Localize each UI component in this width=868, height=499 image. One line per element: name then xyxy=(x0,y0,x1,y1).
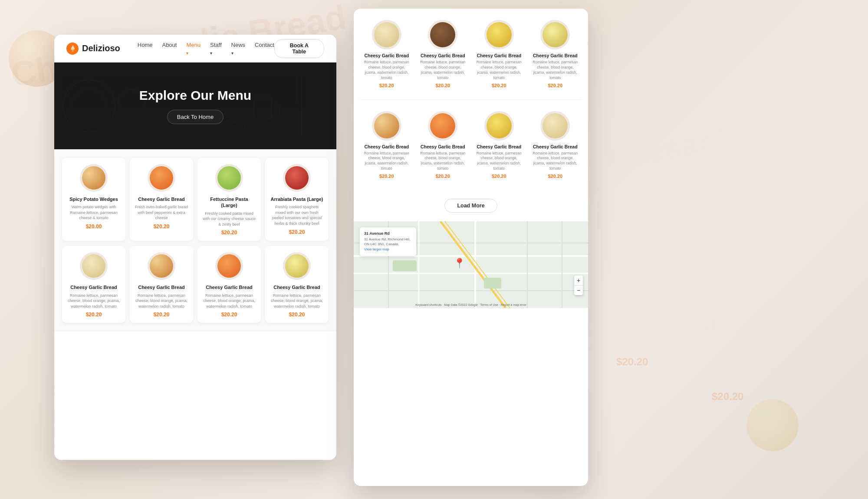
right-menu-item-name-7: Cheesy Garlic Bread xyxy=(532,144,579,149)
right-menu-item-name-0: Cheesy Garlic Bread xyxy=(363,53,410,58)
map-info-box: 31 Avenue Rd 31 Avenue Rd, Richmond Hill… xyxy=(360,227,416,256)
map-pin: 📍 xyxy=(454,258,465,269)
right-menu-item-desc-1: Romaine lettuce, parmesan cheese, blood … xyxy=(420,60,467,81)
right-menu-item-3: Cheesy Garlic Bread Romaine lettuce, par… xyxy=(529,16,582,92)
menu-item-desc-7: Romaine lettuce, parmesan cheese, blood … xyxy=(270,293,324,309)
menu-grid-row2: Cheesy Garlic Bread Romaine lettuce, par… xyxy=(62,246,329,323)
hero-title: Explore Our Menu xyxy=(139,88,251,103)
svg-rect-6 xyxy=(254,97,271,119)
menu-item-desc-1: Fresh oven-baked garlic bread with beef … xyxy=(134,204,189,221)
nav-item-contact[interactable]: Contact xyxy=(255,41,274,56)
nav-link-home[interactable]: Home xyxy=(138,42,153,48)
menu-item-4: Cheesy Garlic Bread Romaine lettuce, par… xyxy=(62,246,125,323)
menu-item-desc-4: Romaine lettuce, parmesan cheese, blood … xyxy=(66,293,121,309)
menu-item-img-0 xyxy=(80,164,108,192)
menu-item-img-1 xyxy=(148,164,175,192)
right-menu-item-name-1: Cheesy Garlic Bread xyxy=(420,53,467,58)
right-menu-item-name-2: Cheesy Garlic Bread xyxy=(476,53,523,58)
right-menu-item-price-1: $20.20 xyxy=(420,83,467,88)
map-zoom-in[interactable]: + xyxy=(574,276,583,285)
menu-item-img-2 xyxy=(215,164,243,192)
right-card: Cheesy Garlic Bread Romaine lettuce, par… xyxy=(354,9,588,486)
right-menu-item-5: Cheesy Garlic Bread Romaine lettuce, par… xyxy=(417,107,469,184)
menu-item-name-2: Fettuccine Pasta (Large) xyxy=(202,196,256,209)
right-menu-item-img-4 xyxy=(372,111,401,141)
right-menu-grid-bottom: Cheesy Garlic Bread Romaine lettuce, par… xyxy=(354,100,588,190)
menu-item-img-7 xyxy=(283,252,311,280)
right-menu-item-price-7: $20.20 xyxy=(532,174,579,179)
right-menu-item-img-7 xyxy=(540,111,570,141)
nav-links: Home About Menu Staff News Contact xyxy=(138,41,274,56)
menu-item-2: Fettuccine Pasta (Large) Freshly cooked … xyxy=(197,158,261,241)
right-menu-item-name-5: Cheesy Garlic Bread xyxy=(420,144,467,149)
menu-item-3: Arrabiata Pasta (Large) Freshly cooked s… xyxy=(265,158,329,241)
back-to-home-button[interactable]: Back To Home xyxy=(167,110,224,124)
menu-item-name-4: Cheesy Garlic Bread xyxy=(66,284,121,290)
map-address-detail: 31 Avenue Rd, Richmond Hill, ON L4C 3N1,… xyxy=(364,237,412,246)
right-menu-item-desc-2: Romaine lettuce, parmesan cheese, blood … xyxy=(476,60,523,81)
svg-rect-19 xyxy=(393,260,417,271)
right-menu-item-6: Cheesy Garlic Bread Romaine lettuce, par… xyxy=(473,107,525,184)
right-menu-item-name-3: Cheesy Garlic Bread xyxy=(532,53,579,58)
navbar: 🍦 Delizioso Home About Menu Staff News C… xyxy=(54,35,336,62)
right-menu-item-0: Cheesy Garlic Bread Romaine lettuce, par… xyxy=(361,16,413,92)
nav-item-about[interactable]: About xyxy=(162,41,177,56)
right-menu-item-img-2 xyxy=(484,20,514,49)
map-zoom-out[interactable]: − xyxy=(574,286,583,295)
nav-link-menu[interactable]: Menu xyxy=(186,42,201,56)
menu-item-5: Cheesy Garlic Bread Romaine lettuce, par… xyxy=(130,246,193,323)
map-address-title: 31 Avenue Rd xyxy=(364,231,412,237)
menu-item-name-7: Cheesy Garlic Bread xyxy=(270,284,324,290)
right-menu-item-1: Cheesy Garlic Bread Romaine lettuce, par… xyxy=(417,16,469,92)
left-card: 🍦 Delizioso Home About Menu Staff News C… xyxy=(54,35,336,460)
menu-item-price-1: $20.20 xyxy=(134,223,189,230)
nav-link-news[interactable]: News xyxy=(231,42,246,56)
menu-item-img-6 xyxy=(215,252,243,280)
menu-item-6: Cheesy Garlic Bread Romaine lettuce, par… xyxy=(197,246,261,323)
menu-grid-row1: Spicy Potato Wedges Warm potato wedges w… xyxy=(62,158,329,241)
menu-item-1: Cheesy Garlic Bread Fresh oven-baked gar… xyxy=(130,158,193,241)
right-menu-item-7: Cheesy Garlic Bread Romaine lettuce, par… xyxy=(529,107,582,184)
menu-item-price-6: $20.20 xyxy=(202,312,256,318)
right-menu-grid-top: Cheesy Garlic Bread Romaine lettuce, par… xyxy=(354,9,588,99)
menu-item-name-5: Cheesy Garlic Bread xyxy=(134,284,189,290)
menu-item-name-3: Arrabiata Pasta (Large) xyxy=(270,196,324,202)
right-menu-item-price-3: $20.20 xyxy=(532,83,579,88)
map-container: 📍 31 Avenue Rd 31 Avenue Rd, Richmond Hi… xyxy=(354,221,588,308)
nav-item-menu[interactable]: Menu xyxy=(186,41,201,56)
right-menu-item-desc-4: Romaine lettuce, parmesan cheese, blood … xyxy=(363,151,410,172)
menu-item-desc-3: Freshly cooked spaghetti mixed with our … xyxy=(270,204,324,226)
right-menu-item-desc-3: Romaine lettuce, parmesan cheese, blood … xyxy=(532,60,579,81)
book-table-button[interactable]: Book A Table xyxy=(274,39,324,58)
logo-icon: 🍦 xyxy=(66,43,79,55)
load-more-section: Load More xyxy=(354,190,588,221)
svg-rect-20 xyxy=(484,278,501,289)
menu-item-name-0: Spicy Potato Wedges xyxy=(66,196,121,202)
nav-item-home[interactable]: Home xyxy=(138,41,153,56)
map-view-link[interactable]: View larger map xyxy=(364,247,389,251)
nav-item-staff[interactable]: Staff xyxy=(210,41,222,56)
menu-item-desc-2: Freshly cooked pasta mixed with our crea… xyxy=(202,211,256,227)
nav-item-news[interactable]: News xyxy=(231,41,246,56)
menu-item-price-2: $20.20 xyxy=(202,230,256,236)
right-menu-item-img-3 xyxy=(540,20,570,49)
nav-link-about[interactable]: About xyxy=(162,42,177,48)
nav-link-contact[interactable]: Contact xyxy=(255,42,274,48)
hero-section: Explore Our Menu Back To Home xyxy=(54,62,336,149)
right-menu-item-2: Cheesy Garlic Bread Romaine lettuce, par… xyxy=(473,16,525,92)
menu-item-desc-5: Romaine lettuce, parmesan cheese, blood … xyxy=(134,293,189,309)
load-more-button[interactable]: Load More xyxy=(444,199,497,213)
menu-item-img-5 xyxy=(148,252,175,280)
right-menu-item-desc-5: Romaine lettuce, parmesan cheese, blood … xyxy=(420,151,467,172)
menu-item-price-4: $20.20 xyxy=(66,312,121,318)
right-menu-item-img-5 xyxy=(428,111,457,141)
right-menu-item-price-2: $20.20 xyxy=(476,83,523,88)
menu-section: Spicy Potato Wedges Warm potato wedges w… xyxy=(54,149,336,332)
menu-item-name-6: Cheesy Garlic Bread xyxy=(202,284,256,290)
right-menu-item-img-1 xyxy=(428,20,457,49)
svg-point-1 xyxy=(72,89,106,123)
right-menu-item-price-0: $20.20 xyxy=(363,83,410,88)
right-menu-item-desc-6: Romaine lettuce, parmesan cheese, blood … xyxy=(476,151,523,172)
nav-link-staff[interactable]: Staff xyxy=(210,42,222,56)
logo: 🍦 Delizioso xyxy=(66,43,120,55)
